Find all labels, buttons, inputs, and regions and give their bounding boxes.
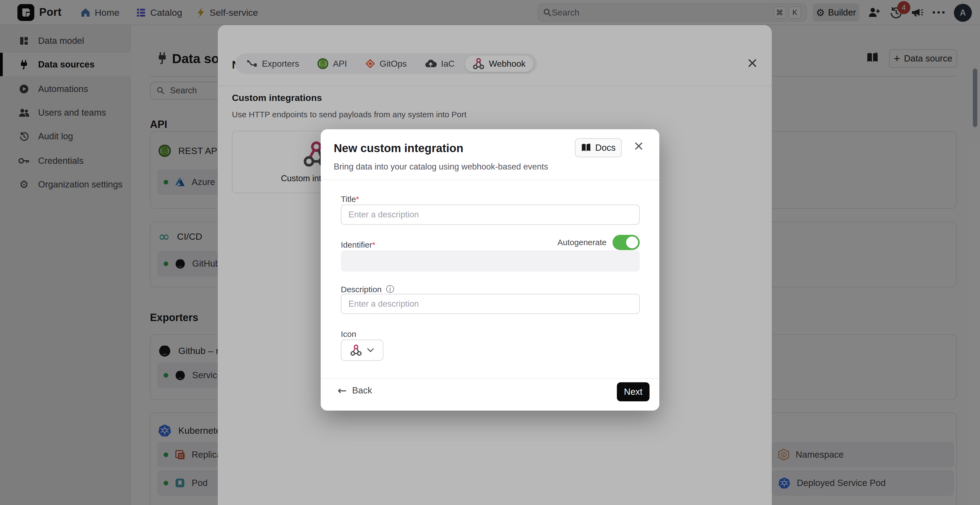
docs-book-icon [581,143,591,152]
description-input[interactable] [341,294,640,314]
autogenerate-toggle[interactable] [612,235,640,250]
next-button[interactable]: Next [617,382,649,401]
dialog-title: New custom integration [334,142,463,155]
required-asterisk: * [356,195,360,203]
dialog-divider [321,179,659,180]
description-field-label: Description ⓘ [341,284,394,295]
chevron-down-icon [367,348,374,353]
title-input[interactable] [341,205,640,225]
back-arrow-icon: ← [337,385,347,396]
back-button[interactable]: ← Back [337,385,372,396]
title-label-text: Title [341,195,356,203]
dialog-subtitle: Bring data into your catalog using webho… [334,162,548,172]
back-label: Back [352,385,372,395]
docs-button[interactable]: Docs [575,138,622,157]
toggle-knob [626,237,638,248]
title-field-label: Title* [341,195,359,204]
autogenerate-label: Autogenerate [557,238,606,247]
new-custom-integration-dialog: New custom integration Docs × Bring data… [321,129,659,411]
webhook-icon [350,344,362,356]
info-icon: ⓘ [386,284,394,295]
close-icon[interactable]: × [633,139,644,152]
dialog-footer-divider [321,378,659,379]
icon-field-label: Icon [341,329,356,339]
autogenerate-control: Autogenerate [321,235,640,250]
identifier-input[interactable] [341,250,640,272]
docs-label: Docs [595,143,616,153]
icon-dropdown[interactable] [341,340,383,361]
screen: Port Home Catalog [0,0,980,505]
description-label-text: Description [341,285,382,294]
